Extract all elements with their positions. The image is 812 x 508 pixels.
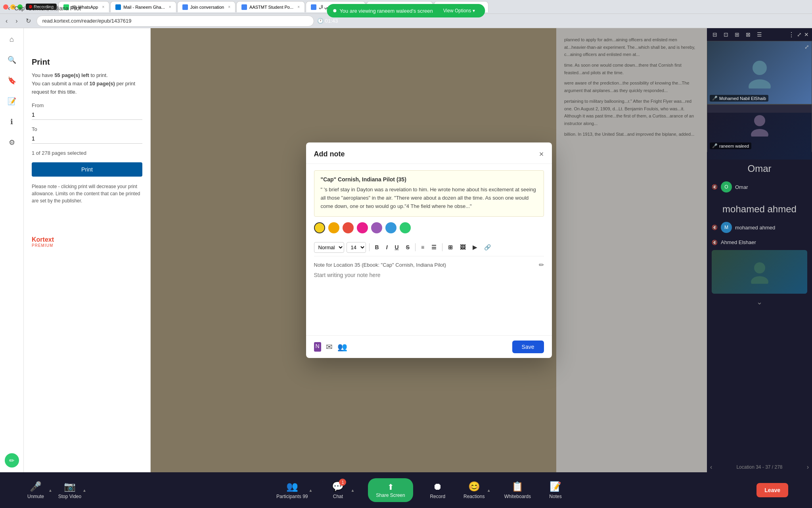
sidebar-icon-info[interactable]: ℹ [6, 115, 18, 128]
sidebar-edit-icon[interactable]: ✏ [5, 453, 19, 468]
font-style-select[interactable]: Normal [314, 242, 344, 253]
avatar-silhouette-1 [744, 57, 776, 89]
color-orange[interactable] [328, 222, 339, 233]
sidebar-icon-home[interactable]: ⌂ [6, 33, 18, 46]
back-button[interactable]: ‹ [3, 16, 10, 26]
unmute-arrow[interactable]: ▲ [48, 487, 53, 493]
print-pages-left: 55 page(s) left [54, 72, 89, 78]
table-button[interactable]: ⊞ [446, 242, 455, 252]
tab-join[interactable]: Join conversation × [177, 1, 236, 12]
tab-close-mail[interactable]: × [169, 5, 171, 9]
color-red[interactable] [343, 222, 354, 233]
tab-close-join[interactable]: × [228, 5, 230, 9]
left-sidebar: ⌂ 🔍 🔖 📝 ℹ ⚙ ✏ [0, 28, 24, 472]
video-layout-controls: ⊟ ⊡ ⊞ ⊠ ☰ [710, 31, 764, 38]
bottom-bar-left: 🎤 Unmute ▲ 📷 Stop Video ▲ [24, 481, 87, 499]
svg-point-4 [754, 262, 765, 273]
print-info-line4: per print [116, 81, 135, 87]
note-textarea[interactable] [314, 272, 544, 327]
view-options-button[interactable]: View Options ▾ [439, 6, 479, 15]
close-panel-icon[interactable]: ✕ [804, 31, 809, 38]
unmute-button[interactable]: 🎤 Unmute [24, 481, 48, 499]
participants-list[interactable]: Omar 🔇 O Omar mohamed ahmed 🔇 M mohamed … [707, 152, 812, 462]
toolbar-divider-3 [442, 243, 442, 251]
notes-button[interactable]: 📝 Notes [544, 481, 567, 499]
underline-button[interactable]: U [393, 242, 401, 252]
layout-btn-1[interactable]: ⊟ [710, 31, 720, 38]
note-quote-text: " 's brief stay in Dayton was a revelati… [321, 186, 537, 210]
onenote-icon[interactable]: N [314, 342, 321, 352]
color-green[interactable] [400, 222, 411, 233]
reactions-group: 😊 Reactions ▲ [462, 481, 492, 499]
layout-btn-5[interactable]: ☰ [755, 31, 764, 38]
layout-btn-3[interactable]: ⊞ [732, 31, 742, 38]
participants-button[interactable]: 👥 Participants 99 [276, 481, 308, 499]
share-screen-button[interactable]: ⬆ Share Screen [368, 478, 413, 502]
sidebar-icon-settings[interactable]: ⚙ [6, 136, 18, 149]
footer-icons: N ✉ 👥 [314, 342, 347, 352]
to-input[interactable] [32, 134, 142, 144]
color-pink[interactable] [357, 222, 368, 233]
tab-mail[interactable]: Mail - Raneem Gha... × [110, 1, 176, 12]
chat-button[interactable]: 💬 1 Chat [326, 481, 350, 499]
tab-close-aastmt[interactable]: × [297, 5, 300, 9]
video-tile-mohamed-nabil: 🎤 Mohamed Nabil ElShaib ⤢ [707, 41, 812, 104]
bottom-bar-right: Leave [756, 483, 788, 497]
layout-btn-2[interactable]: ⊡ [721, 31, 731, 38]
reactions-arrow[interactable]: ▲ [486, 487, 492, 493]
note-edit-icon[interactable]: ✏ [539, 261, 544, 269]
print-button[interactable]: Print [32, 162, 142, 177]
bottom-bar-center: 👥 Participants 99 ▲ 💬 1 Chat ▲ ⬆ [276, 478, 567, 502]
italic-button[interactable]: I [384, 242, 390, 252]
expand-video-1[interactable]: ⤢ [804, 44, 809, 50]
tab-favicon-arabic [311, 4, 316, 10]
ordered-list-button[interactable]: ≡ [419, 242, 427, 252]
unordered-list-button[interactable]: ☰ [429, 242, 439, 252]
layout-btn-4[interactable]: ⊠ [743, 31, 753, 38]
address-input[interactable] [36, 15, 314, 27]
color-blue[interactable] [385, 222, 396, 233]
bold-button[interactable]: B [373, 242, 381, 252]
video-arrow[interactable]: ▲ [82, 487, 87, 493]
color-yellow[interactable] [314, 222, 325, 233]
leave-button[interactable]: Leave [756, 483, 788, 497]
share-icon[interactable]: 👥 [337, 342, 347, 352]
print-info: You have 55 page(s) left to print. You c… [32, 71, 142, 96]
mic-muted-icon-omar: 🔇 [712, 184, 718, 190]
tab-aastmt[interactable]: AASTMT Student Po... × [236, 1, 305, 12]
participant-name-mohamed: mohamed ahmed [735, 225, 775, 231]
reload-button[interactable]: ↻ [23, 15, 33, 26]
more-options-icon[interactable]: ⋮ [788, 31, 795, 38]
video-nav-prev[interactable]: ‹ [710, 464, 712, 471]
from-input[interactable] [32, 110, 142, 120]
modal-body[interactable]: "Cap" Cornish, Indiana Pilot (35) " 's b… [306, 164, 552, 335]
video-nav-next[interactable]: › [807, 464, 809, 471]
chat-arrow[interactable]: ▲ [350, 487, 355, 493]
reactions-button[interactable]: 😊 Reactions [462, 481, 486, 499]
sidebar-icon-search[interactable]: 🔍 [6, 54, 18, 66]
svg-point-3 [751, 129, 768, 137]
participants-arrow[interactable]: ▲ [308, 487, 314, 493]
scroll-down-indicator[interactable]: ⌄ [707, 295, 812, 309]
record-button[interactable]: ⏺ Record [426, 481, 450, 499]
image-button[interactable]: 🖼 [458, 242, 468, 252]
modal-close-button[interactable]: × [539, 150, 544, 159]
color-purple[interactable] [371, 222, 382, 233]
stop-video-button[interactable]: 📷 Stop Video [58, 481, 82, 499]
strikethrough-button[interactable]: S [404, 242, 412, 252]
sidebar-icon-bookmark[interactable]: 🔖 [6, 74, 18, 87]
forward-button[interactable]: › [13, 16, 20, 26]
sidebar-icon-notes[interactable]: 📝 [6, 95, 18, 108]
whiteboards-button[interactable]: 📋 Whiteboards [504, 481, 531, 499]
print-info-line2: to print. [90, 72, 107, 78]
media-button[interactable]: ▶ [470, 242, 479, 252]
font-size-select[interactable]: 14 [347, 242, 366, 253]
expand-panel-icon[interactable]: ⤢ [797, 31, 802, 38]
tab-close-whatsapp[interactable]: × [102, 5, 104, 9]
video-header-right: ⋮ ⤢ ✕ [788, 31, 809, 38]
email-icon[interactable]: ✉ [326, 342, 333, 352]
save-button[interactable]: Save [512, 341, 544, 353]
record-group: ⏺ Record [426, 481, 450, 499]
chat-badge: 1 [339, 479, 346, 486]
link-button[interactable]: 🔗 [482, 242, 493, 252]
